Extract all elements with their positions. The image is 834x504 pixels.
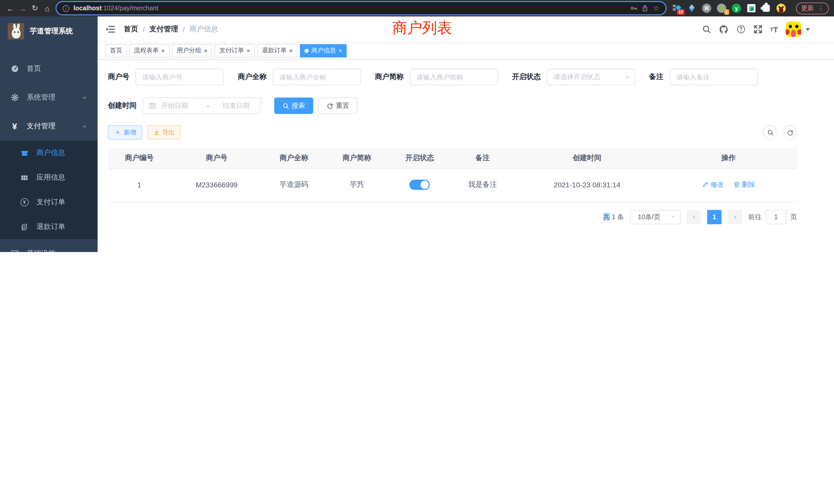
extension-diamond-icon[interactable]: 10 <box>672 3 682 13</box>
cell-merchant-id: 1 <box>108 168 171 201</box>
status-toggle[interactable] <box>410 180 430 190</box>
reset-button[interactable]: 重置 <box>319 97 357 114</box>
sidebar-submenu-pay: 商户信息 应用信息 ¥ 支付订单 <box>0 141 97 239</box>
store-icon <box>20 148 29 157</box>
bookmark-star-icon[interactable]: ☆ <box>653 4 659 12</box>
extension-recorder-icon[interactable]: 1 <box>717 3 727 13</box>
status-select[interactable]: 请选择开启状态 <box>547 69 635 85</box>
yen-circle-icon: ¥ <box>20 198 29 207</box>
extension-y-icon[interactable]: y <box>731 3 742 13</box>
extensions-puzzle-icon[interactable] <box>761 3 771 13</box>
font-size-icon[interactable]: TT <box>770 25 778 33</box>
page-size-select[interactable]: 10条/页 <box>630 210 680 224</box>
search-button[interactable]: 搜索 <box>274 97 313 114</box>
next-page-button[interactable]: › <box>728 210 742 224</box>
breadcrumb-pay[interactable]: 支付管理 <box>150 25 178 34</box>
add-button[interactable]: ＋ 新增 <box>108 125 142 140</box>
avatar-caret-down-icon[interactable] <box>806 28 810 30</box>
sidebar-item-merchant-info[interactable]: 商户信息 <box>0 141 97 165</box>
browser-update-button[interactable]: 更新 ⋮ <box>796 2 829 14</box>
monitor-chart-icon <box>10 249 19 252</box>
col-short-name: 商户简称 <box>325 148 388 168</box>
toggle-search-button[interactable] <box>763 125 777 140</box>
tab-home[interactable]: 首页 <box>105 44 127 57</box>
filter-label: 备注 <box>649 72 663 82</box>
sidebar-item-home[interactable]: 首页 <box>0 54 97 83</box>
goto-page-input[interactable] <box>766 210 786 224</box>
cell-short-name: 芋艿 <box>325 168 388 201</box>
tab-process-form[interactable]: 流程表单× <box>129 44 170 57</box>
edit-link[interactable]: 修改 <box>702 180 724 189</box>
reload-icon[interactable]: ↻ <box>29 2 41 14</box>
prev-page-button[interactable]: ‹ <box>687 210 701 224</box>
table-header-row: 商户编号 商户号 商户全称 商户简称 开启状态 备注 创建时间 操作 <box>108 148 797 168</box>
dashboard-icon <box>10 64 19 73</box>
tab-user-group[interactable]: 用户分组× <box>172 44 212 57</box>
sidebar-item-pay[interactable]: ¥ 支付管理 <box>0 112 97 141</box>
refresh-button[interactable] <box>783 125 797 140</box>
page-1-button[interactable]: 1 <box>707 210 722 224</box>
sidebar-item-system[interactable]: 系统管理 <box>0 83 97 112</box>
filter-label: 商户全称 <box>238 72 266 82</box>
chevron-down-icon <box>670 214 676 220</box>
extension-command-icon[interactable]: ⌘ <box>702 3 712 13</box>
col-actions: 操作 <box>660 148 797 168</box>
sidebar-item-app-info[interactable]: 应用信息 <box>0 165 97 190</box>
close-icon[interactable]: × <box>161 47 165 54</box>
chevron-down-icon <box>82 251 87 252</box>
merchant-no-input[interactable] <box>136 69 224 85</box>
delete-link[interactable]: 删除 <box>733 180 755 189</box>
tab-pay-order[interactable]: 支付订单× <box>215 44 255 57</box>
col-create-time: 创建时间 <box>514 148 660 168</box>
extension-sheet-icon[interactable] <box>746 3 756 13</box>
merchant-name-input[interactable] <box>273 69 361 85</box>
sidebar-item-refund-order[interactable]: 退款订单 <box>0 214 97 239</box>
export-button[interactable]: 导出 <box>147 125 181 140</box>
site-info-icon[interactable]: i <box>63 5 69 12</box>
fullscreen-icon[interactable] <box>753 25 762 34</box>
tab-merchant-info[interactable]: 商户信息× <box>300 44 347 57</box>
breadcrumb-separator: / <box>183 25 185 33</box>
avatar[interactable] <box>786 22 801 37</box>
chevron-up-icon <box>82 123 87 129</box>
url-bar[interactable]: i localhost:1024/pay/merchant ☆ <box>57 2 665 14</box>
back-icon[interactable]: ← <box>4 2 17 14</box>
breadcrumb: 首页 / 支付管理 / 商户信息 <box>124 25 218 34</box>
extension-badge: 1 <box>724 9 729 15</box>
browser-chrome: ← → ↻ ⌂ i localhost:1024/pay/merchant ☆ … <box>0 0 834 17</box>
share-icon[interactable] <box>642 5 649 12</box>
sidebar-item-pay-order[interactable]: ¥ 支付订单 <box>0 190 97 214</box>
close-icon[interactable]: × <box>246 47 250 54</box>
main-area: 商户列表 首页 / 支付管理 / 商户信息 <box>97 17 834 252</box>
forward-icon[interactable]: → <box>17 2 29 14</box>
app-title: 芋道管理系统 <box>30 27 73 36</box>
password-key-icon[interactable] <box>630 5 638 12</box>
sidebar-item-infra[interactable]: 基础设施 <box>0 239 97 252</box>
home-icon[interactable]: ⌂ <box>41 2 53 14</box>
sidebar-collapse-icon[interactable] <box>105 24 115 35</box>
extension-kite-icon[interactable] <box>687 3 697 13</box>
remark-input[interactable] <box>670 69 758 85</box>
tab-refund-order[interactable]: 退款订单× <box>257 44 297 57</box>
search-icon[interactable] <box>702 25 711 34</box>
create-time-range-picker[interactable]: 开始日期 - 结束日期 <box>143 97 261 114</box>
cell-merchant-no: M233666999 <box>171 168 263 201</box>
sidebar-logo[interactable]: 芋道管理系统 <box>0 17 97 46</box>
breadcrumb-home[interactable]: 首页 <box>124 25 138 34</box>
profile-emoji-icon[interactable] <box>776 3 786 13</box>
merchant-short-input[interactable] <box>410 69 498 85</box>
pagination-goto: 前往 页 <box>748 210 797 224</box>
close-icon[interactable]: × <box>289 47 293 54</box>
browser-menu-icon[interactable]: ⋮ <box>817 6 824 11</box>
logo-rabbit-image <box>8 23 24 40</box>
start-date-placeholder: 开始日期 <box>161 101 199 110</box>
pagination-total: 共 1 条 <box>603 212 624 222</box>
help-icon[interactable] <box>736 25 745 34</box>
close-icon[interactable]: × <box>204 47 207 54</box>
close-icon[interactable]: × <box>338 47 342 54</box>
table-row: 1 M233666999 芋道源码 芋艿 我是备注 2021-10-23 08:… <box>108 168 797 201</box>
table-toolbar: ＋ 新增 导出 <box>108 125 797 140</box>
end-date-placeholder: 结束日期 <box>217 101 255 110</box>
filter-row-1: 商户号 商户全称 商户简称 开启状态 请选择开启状态 <box>108 69 797 85</box>
github-icon[interactable] <box>719 24 728 34</box>
